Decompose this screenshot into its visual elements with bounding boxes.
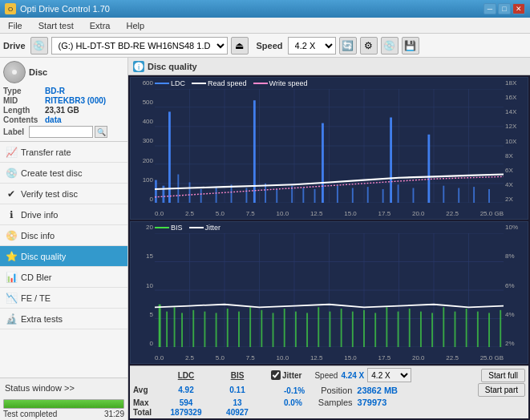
sidebar-item-cd-bler[interactable]: 📊 CD Bler (0, 267, 127, 288)
svg-rect-67 (227, 309, 229, 347)
bis-total: 40927 (226, 408, 249, 417)
svg-rect-86 (443, 307, 444, 347)
drive-select[interactable]: (G:) HL-DT-ST BD-RE WH16NS48 1.D3 (51, 37, 228, 55)
menu-start-test[interactable]: Start test (34, 20, 79, 31)
window-controls: ─ □ ✕ (483, 3, 525, 14)
create-test-disc-icon: 💿 (5, 167, 18, 180)
svg-text:i: i (138, 63, 140, 71)
eject-button[interactable]: ⏏ (231, 37, 249, 55)
svg-rect-66 (216, 313, 217, 347)
svg-rect-79 (363, 310, 365, 347)
settings-button[interactable]: ⚙ (360, 37, 378, 55)
status-text-row: Test completed 31:29 (3, 410, 124, 418)
label-input[interactable] (29, 126, 93, 138)
sidebar-item-extra-tests[interactable]: 🔬 Extra tests (0, 309, 127, 329)
close-button[interactable]: ✕ (512, 3, 525, 14)
stats-header-row: LDC BIS Jitter Speed 4.24 X 4.2 X (133, 368, 525, 382)
start-full-button[interactable]: Start full (481, 369, 525, 382)
drive-icon-button[interactable]: 💿 (30, 37, 48, 55)
speed-stat-select[interactable]: 4.2 X (367, 368, 411, 382)
svg-rect-32 (314, 189, 316, 203)
content-header: i Disc quality (128, 58, 530, 75)
sidebar-item-verify-test-disc[interactable]: ✔ Verify test disc (0, 184, 127, 204)
sidebar-item-transfer-rate[interactable]: 📈 Transfer rate (0, 142, 127, 163)
minimize-button[interactable]: ─ (483, 3, 496, 14)
svg-rect-85 (431, 313, 433, 347)
chart1-y-axis-right: 18X16X14X12X10X8X6X4X2X (504, 78, 528, 203)
svg-rect-71 (273, 313, 274, 347)
svg-rect-27 (253, 100, 256, 203)
menu-file[interactable]: File (3, 20, 27, 31)
svg-rect-70 (261, 310, 262, 347)
chart-ldc: LDC Read speed Write speed 6005004003002… (130, 77, 528, 220)
svg-rect-64 (192, 310, 194, 347)
stats-total-row: Total 1879329 40927 (133, 408, 525, 417)
bis-column: BIS (213, 371, 261, 380)
cd-bler-icon: 📊 (5, 271, 18, 284)
app-title: Opti Drive Control 1.70 (20, 4, 483, 14)
svg-rect-74 (306, 313, 308, 347)
chart2-legend: BIS Jitter (155, 224, 220, 232)
svg-rect-82 (398, 312, 399, 347)
svg-rect-91 (500, 310, 501, 347)
chart1-x-axis: 0.02.55.07.510.012.515.017.520.022.525.0… (155, 210, 504, 217)
label-search-button[interactable]: 🔍 (95, 126, 107, 138)
chart2-y-axis-left: 20151050 (131, 222, 155, 347)
chart2-svg-area (155, 233, 504, 347)
legend-jitter: Jitter (189, 224, 221, 232)
max-label: Max (133, 398, 159, 407)
menu-help[interactable]: Help (121, 20, 149, 31)
legend-ldc: LDC (155, 79, 185, 87)
ldc-avg: 4.92 (178, 386, 193, 394)
save-button[interactable]: 💾 (402, 37, 419, 55)
sidebar-item-drive-info[interactable]: ℹ Drive info (0, 204, 127, 225)
bis-max: 13 (233, 398, 241, 407)
menu-extra[interactable]: Extra (85, 20, 115, 31)
toolbar: Drive 💿 (G:) HL-DT-ST BD-RE WH16NS48 1.D… (0, 34, 530, 58)
ldc-column: LDC (162, 371, 210, 380)
type-label: Type (3, 87, 45, 95)
disc-button[interactable]: 💿 (381, 37, 399, 55)
sidebar-item-disc-info[interactable]: 📀 Disc info (0, 225, 127, 246)
speed-stat-label: Speed (314, 371, 338, 380)
svg-rect-42 (443, 186, 444, 203)
svg-rect-68 (238, 312, 240, 347)
svg-rect-87 (455, 312, 456, 347)
stats-area: LDC BIS Jitter Speed 4.24 X 4.2 X (130, 365, 528, 418)
bis-avg: 0.11 (229, 386, 245, 394)
jitter-checkbox[interactable] (271, 370, 281, 380)
contents-label: Contents (3, 115, 45, 124)
type-value: BD-R (45, 87, 65, 95)
length-label: Length (3, 106, 45, 115)
sidebar-item-create-test-disc[interactable]: 💿 Create test disc (0, 163, 127, 184)
status-window-button[interactable]: Status window >> (0, 378, 127, 398)
svg-rect-78 (352, 312, 354, 347)
disc-quality-icon: ⭐ (5, 250, 18, 263)
extra-tests-icon: 🔬 (5, 313, 18, 325)
svg-rect-75 (318, 307, 319, 347)
stats-max-row: Max 594 13 0.0% Samples 379973 (133, 398, 525, 407)
maximize-button[interactable]: □ (498, 3, 511, 14)
sidebar-item-disc-quality[interactable]: ⭐ Disc quality (0, 246, 127, 267)
svg-rect-33 (322, 123, 324, 203)
mid-label: MID (3, 96, 45, 105)
ldc-total: 1879329 (171, 408, 202, 417)
bis-header: BIS (231, 371, 245, 380)
svg-rect-62 (174, 307, 176, 347)
content-title: Disc quality (148, 62, 197, 71)
chart2-x-axis: 0.02.55.07.510.012.515.017.520.022.525.0… (155, 354, 504, 361)
svg-rect-84 (420, 312, 422, 347)
svg-rect-35 (352, 188, 354, 203)
svg-rect-90 (488, 313, 490, 347)
refresh-button[interactable]: 🔄 (339, 37, 357, 55)
charts-area: LDC Read speed Write speed 6005004003002… (128, 75, 530, 420)
samples-label: Samples (318, 398, 353, 407)
svg-rect-24 (216, 187, 217, 203)
start-part-button[interactable]: Start part (478, 383, 525, 397)
verify-test-disc-icon: ✔ (5, 188, 18, 200)
speed-select[interactable]: 4.2 X (288, 37, 336, 55)
total-label: Total (133, 408, 159, 417)
ldc-max: 594 (180, 398, 193, 407)
sidebar-item-fe-te[interactable]: 📉 FE / TE (0, 288, 127, 309)
progress-container: Test completed 31:29 (0, 398, 127, 420)
